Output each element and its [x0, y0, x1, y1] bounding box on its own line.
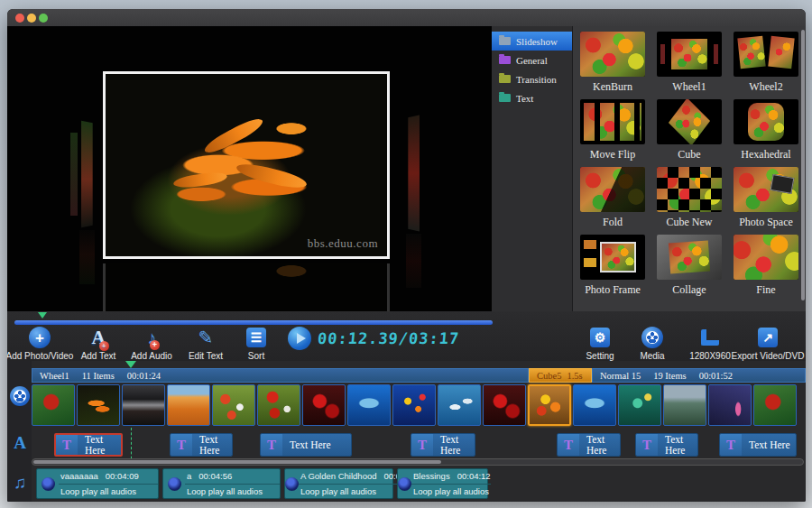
effect-wheel1[interactable]: Wheel1	[653, 32, 725, 94]
photo-clip[interactable]	[663, 384, 706, 426]
plus-circle-icon: +	[29, 327, 51, 348]
minimize-button[interactable]	[27, 14, 36, 23]
speaker-icon	[163, 469, 185, 498]
speaker-icon	[398, 469, 411, 498]
photo-clip[interactable]	[212, 384, 255, 426]
tab-slideshow[interactable]: Slideshow	[492, 32, 572, 51]
tab-transition[interactable]: Transition	[492, 69, 572, 88]
effect-kenburn[interactable]: KenBurn	[577, 32, 649, 94]
effect-cube-new[interactable]: Cube New	[653, 167, 725, 229]
carousel-left-panel	[81, 121, 93, 228]
photo-clip[interactable]	[438, 384, 481, 426]
text-t-icon: T	[411, 434, 433, 456]
effect-thumbnail	[580, 99, 645, 144]
text-clip-label: Text Here	[78, 435, 121, 455]
category-tabs: Slideshow General Transition Text	[492, 26, 573, 311]
effect-thumbnail	[657, 32, 722, 77]
photo-track-icon	[10, 386, 30, 406]
photo-segment-cube5-selected[interactable]: Cube5 1.5s	[529, 368, 592, 383]
photo-segment-normal15[interactable]: Normal 15 19 Items 00:01:52	[592, 368, 806, 383]
effect-thumbnail	[734, 32, 798, 77]
audio-clip[interactable]: Blessings00:04:12 Loop play all audios	[397, 468, 488, 499]
text-clip-selected[interactable]: T Text Here	[54, 433, 123, 457]
effect-hexahedral[interactable]: Hexahedral	[730, 99, 802, 162]
seek-marker-icon[interactable]	[38, 312, 47, 323]
effect-move-flip[interactable]: Move Flip	[577, 99, 649, 162]
sort-button[interactable]: ☰ Sort	[213, 327, 300, 361]
timeline-scrollbar-thumb[interactable]	[33, 460, 441, 464]
photo-clip[interactable]	[483, 384, 526, 426]
flower-bud	[235, 161, 308, 192]
photo-clip-selected[interactable]	[528, 384, 571, 426]
effects-panel: KenBurn Wheel1 Wheel2 Move Flip Cube Hex…	[573, 26, 806, 311]
effect-thumbnail	[657, 235, 722, 280]
music-note-icon: ♪+	[147, 328, 156, 348]
audio-clip[interactable]: a00:04:56 Loop play all audios	[162, 468, 281, 499]
folder-icon	[499, 37, 511, 45]
toolbar: + Add Photo/Video A+ Add Text ♪+ Add Aud…	[7, 311, 806, 361]
seek-bar[interactable]	[14, 320, 493, 325]
text-clip-label: Text Here	[742, 434, 796, 456]
timeline-scrollbar[interactable]	[32, 458, 804, 466]
effect-photo-space[interactable]: Photo Space	[730, 167, 802, 229]
button-label: Sort	[213, 351, 300, 361]
audio-mode: Loop play all audios	[413, 486, 489, 496]
photo-clip[interactable]	[347, 384, 391, 426]
audio-clip[interactable]: A Golden Childhood00:03:5 Loop play all …	[284, 468, 393, 499]
tab-text[interactable]: Text	[492, 88, 572, 107]
text-clip[interactable]: T Text Here	[411, 433, 475, 457]
photo-clip[interactable]	[32, 384, 75, 426]
effect-thumbnail	[580, 32, 645, 77]
folder-icon	[499, 75, 511, 83]
effect-photo-frame[interactable]: Photo Frame	[577, 235, 649, 297]
app-window: bbs.eduu.com bbs.eduu.com Slideshow Gene…	[7, 9, 806, 502]
text-track-icon: A	[10, 433, 30, 453]
text-clip[interactable]: T Text Here	[719, 433, 797, 457]
text-clip[interactable]: T Text Here	[557, 433, 621, 457]
photo-clip[interactable]	[77, 384, 120, 426]
text-clip[interactable]: T Text Here	[260, 433, 352, 457]
effects-scrollbar[interactable]	[801, 30, 805, 300]
tab-general[interactable]: General	[492, 51, 572, 69]
photo-track	[32, 383, 797, 428]
effect-thumbnail	[657, 167, 722, 212]
photo-clip[interactable]	[257, 384, 300, 426]
segment-name: Normal 15	[600, 371, 641, 381]
photo-clip[interactable]	[753, 384, 797, 426]
photo-clip[interactable]	[618, 384, 661, 426]
close-button[interactable]	[15, 14, 24, 23]
tab-label: Transition	[516, 74, 557, 85]
export-arrow-icon: ↗	[758, 328, 778, 347]
photo-segment-wheel1[interactable]: Wheel1 11 Items 00:01:24	[32, 368, 529, 383]
effect-collage[interactable]: Collage	[653, 235, 725, 297]
text-clip[interactable]: T Text Here	[635, 433, 698, 457]
effect-fine[interactable]: Fine	[730, 235, 802, 297]
carousel-right-reflection	[406, 234, 421, 288]
play-button[interactable]	[288, 327, 311, 350]
speaker-icon	[285, 469, 299, 498]
effect-cube[interactable]: Cube	[653, 99, 725, 162]
photo-clip[interactable]	[302, 384, 346, 426]
segment-items: 11 Items	[82, 371, 115, 381]
effect-label: Photo Space	[730, 216, 802, 229]
photo-clip[interactable]	[392, 384, 436, 426]
photo-clip[interactable]	[708, 384, 752, 426]
photo-clip[interactable]	[573, 384, 616, 426]
photo-clip[interactable]	[167, 384, 210, 426]
zoom-button[interactable]	[39, 14, 48, 23]
effect-label: Move Flip	[577, 148, 649, 162]
audio-mode: Loop play all audios	[187, 486, 263, 496]
text-clip[interactable]: T Text Here	[170, 433, 233, 457]
photo-clip[interactable]	[122, 384, 165, 426]
effect-label: Cube	[653, 148, 725, 162]
effect-fold[interactable]: Fold	[577, 167, 649, 229]
export-button[interactable]: ↗ Export Video/DVD	[724, 327, 806, 361]
text-t-icon: T	[720, 434, 742, 456]
plus-badge-icon: +	[99, 341, 109, 351]
preview-photo	[106, 74, 387, 256]
audio-clip[interactable]: vaaaaaaa00:04:09 Loop play all audios	[36, 468, 159, 499]
effect-label: Fold	[577, 216, 649, 229]
carousel-left-edge	[70, 133, 78, 216]
effect-wheel2[interactable]: Wheel2	[730, 32, 802, 94]
effect-label: Cube New	[653, 216, 725, 229]
